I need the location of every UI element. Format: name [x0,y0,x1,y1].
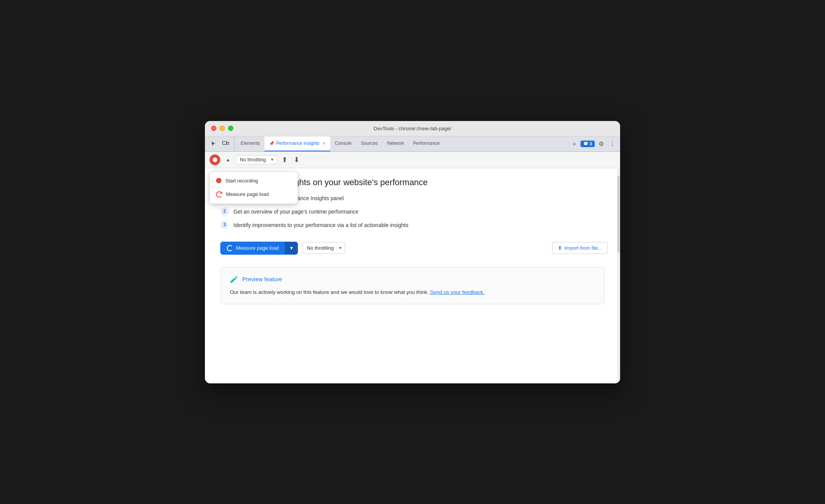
measure-btn-group: Measure page load ▼ [220,242,298,255]
measure-dropdown-arrow-button[interactable]: ▼ [285,242,298,254]
window-title: DevTools - chrome://new-tab-page/ [374,126,451,131]
tab-console[interactable]: Console [330,136,356,151]
tab-elements[interactable]: Elements [236,136,264,151]
settings-icon[interactable]: ⚙ [597,139,605,149]
download-icon[interactable]: ⬇ [292,154,301,166]
maximize-button[interactable] [228,126,233,131]
secondary-toolbar: ▲ No throttling Fast 3G Slow 3G Offline … [205,152,620,168]
dropdown-chevron-button[interactable]: ▲ [223,154,233,165]
tab-performance-insights[interactable]: 📌 Performance insights ✕ [264,136,330,151]
main-content: Start recording Measure page load Get ac… [205,168,620,383]
close-button[interactable] [211,126,216,131]
tabs-list: Elements 📌 Performance insights ✕ Consol… [236,136,571,151]
device-toggle-btn[interactable] [220,138,231,149]
step-text-2: Get an overview of your page's runtime p… [233,207,359,216]
record-dot-icon [216,178,221,183]
tab-close-icon[interactable]: ✕ [323,141,326,146]
step-item-2: 2 Get an overview of your page's runtime… [220,207,608,216]
cursor-icon-btn[interactable] [208,138,219,149]
dropdown-menu: Start recording Measure page load [210,171,298,204]
title-bar: DevTools - chrome://new-tab-page/ [205,121,620,136]
flask-icon: 🧪 [230,275,238,284]
record-button[interactable] [210,154,220,165]
step-number-2: 2 [220,207,229,216]
refresh-icon [216,191,222,197]
measure-page-load-button[interactable]: Measure page load [221,242,285,254]
step-text-3: Identify improvements to your performanc… [233,220,408,229]
step-number-3: 3 [220,220,229,229]
throttle-select[interactable]: No throttling Fast 3G Slow 3G Offline [236,155,277,164]
preview-header: 🧪 Preview feature [230,275,595,284]
action-bar: Measure page load ▼ No throttling Fast 3… [220,242,608,255]
preview-title: Preview feature [242,276,282,282]
throttle-select-wrapper: No throttling Fast 3G Slow 3G Offline ▼ [236,155,277,164]
measure-refresh-icon [227,245,233,251]
tab-bar-toolbar [208,136,235,151]
step-item-3: 3 Identify improvements to your performa… [220,220,608,229]
record-dot-icon [213,158,217,162]
scrollbar-track[interactable] [617,168,620,383]
tab-pin-icon: 📌 [269,141,274,146]
svg-rect-1 [227,142,229,144]
traffic-lights [211,126,233,131]
preview-description: Our team is actively working on this fea… [230,288,595,297]
tab-performance[interactable]: Performance [409,136,444,151]
upload-icon-small: ⬆ [558,245,562,251]
import-from-file-button[interactable]: ⬆ Import from file... [552,242,608,254]
upload-icon[interactable]: ⬆ [280,154,289,166]
feedback-link[interactable]: Send us your feedback. [430,289,485,295]
action-throttle-select-wrapper: No throttling Fast 3G Slow 3G Offline ▼ [303,242,345,254]
tab-network[interactable]: Network [383,136,409,151]
preview-feature-box: 🧪 Preview feature Our team is actively w… [220,267,605,305]
measure-page-load-item[interactable]: Measure page load [210,187,298,201]
scrollbar-thumb[interactable] [617,176,620,253]
action-throttle-select[interactable]: No throttling Fast 3G Slow 3G Offline [303,242,345,254]
tab-bar-right: » 💬 3 ⚙ ⋮ [571,136,617,151]
chat-badge[interactable]: 💬 3 [580,141,595,147]
devtools-window: DevTools - chrome://new-tab-page/ Elemen… [205,121,620,383]
start-recording-item[interactable]: Start recording [210,174,298,187]
more-tabs-button[interactable]: » [571,139,578,148]
tab-bar: Elements 📌 Performance insights ✕ Consol… [205,136,620,152]
minimize-button[interactable] [220,126,225,131]
svg-rect-0 [223,141,226,144]
kebab-menu-icon[interactable]: ⋮ [608,139,617,149]
tab-sources[interactable]: Sources [356,136,383,151]
